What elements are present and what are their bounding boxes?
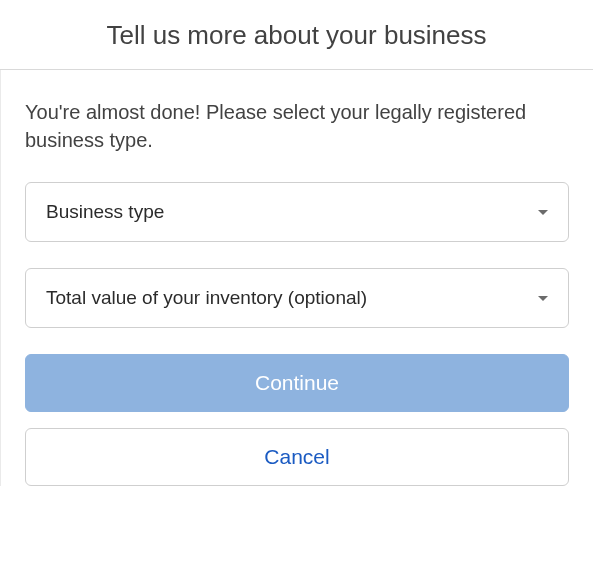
caret-down-icon: [538, 296, 548, 301]
instruction-text: You're almost done! Please select your l…: [25, 98, 569, 154]
modal-title: Tell us more about your business: [0, 20, 593, 51]
continue-button[interactable]: Continue: [25, 354, 569, 412]
business-type-label: Business type: [46, 201, 164, 223]
caret-down-icon: [538, 210, 548, 215]
inventory-value-label: Total value of your inventory (optional): [46, 287, 367, 309]
cancel-button[interactable]: Cancel: [25, 428, 569, 486]
modal-header: Tell us more about your business: [0, 0, 593, 70]
business-type-dropdown[interactable]: Business type: [25, 182, 569, 242]
business-info-modal: Tell us more about your business You're …: [0, 0, 593, 486]
modal-body: You're almost done! Please select your l…: [0, 70, 593, 486]
inventory-value-dropdown[interactable]: Total value of your inventory (optional): [25, 268, 569, 328]
